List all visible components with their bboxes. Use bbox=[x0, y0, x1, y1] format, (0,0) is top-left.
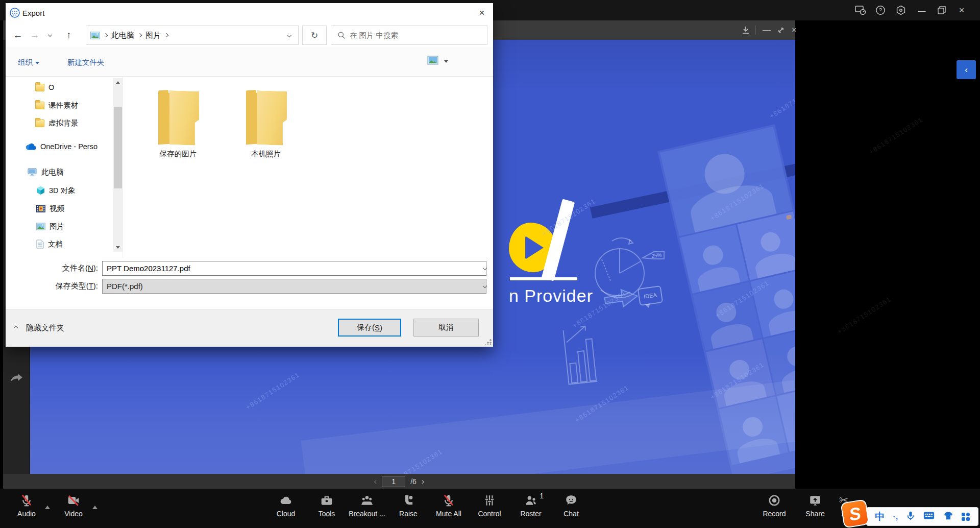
ime-toolbox-icon[interactable] bbox=[962, 513, 970, 521]
watermark: +8618715102361 bbox=[836, 295, 893, 335]
toolbar-audio[interactable]: Audio bbox=[5, 494, 48, 518]
sidebar-item-videos[interactable]: 视频 bbox=[36, 201, 64, 216]
folder-item-camera-roll[interactable]: 本机照片 bbox=[235, 89, 297, 159]
view-mode-chevron[interactable] bbox=[444, 60, 448, 63]
new-folder-button[interactable]: 新建文件夹 bbox=[67, 58, 105, 67]
back-button[interactable]: ← bbox=[11, 28, 25, 43]
scrollbar-thumb[interactable] bbox=[114, 107, 122, 188]
camera-off-icon bbox=[67, 494, 80, 507]
close-icon[interactable]: × bbox=[955, 4, 968, 16]
video-options-caret[interactable] bbox=[92, 506, 97, 509]
pictures-location-icon bbox=[90, 32, 100, 39]
record-icon bbox=[768, 494, 781, 507]
restore-icon[interactable] bbox=[935, 4, 948, 16]
page-number-input[interactable]: 1 bbox=[382, 476, 405, 487]
sidebar-label: OneDrive - Perso bbox=[40, 142, 97, 151]
forward-button[interactable]: → bbox=[28, 28, 42, 43]
audio-options-caret[interactable] bbox=[45, 506, 50, 509]
onedrive-icon bbox=[25, 143, 36, 150]
raise-hand-icon bbox=[402, 494, 415, 507]
sidebar-item-this-pc[interactable]: 此电脑 bbox=[27, 164, 64, 180]
ime-skin-icon[interactable] bbox=[943, 511, 953, 522]
toolbar-label: Raise bbox=[399, 510, 418, 518]
ime-punctuation-icon[interactable]: ·, bbox=[893, 512, 898, 521]
breadcrumb-separator bbox=[104, 33, 108, 37]
viewer-minimize-icon[interactable]: — bbox=[761, 24, 773, 36]
sidebar-item-documents[interactable]: 文档 bbox=[36, 236, 63, 252]
breakout-groups-icon bbox=[360, 494, 374, 507]
watermark: +8618715102361 bbox=[868, 115, 924, 156]
toolbar-chat[interactable]: Chat bbox=[550, 494, 593, 518]
settings-icon[interactable] bbox=[894, 4, 908, 16]
ime-mode-chinese[interactable]: 中 bbox=[875, 510, 885, 523]
scroll-up-icon[interactable] bbox=[113, 78, 122, 87]
toolbar-label: Video bbox=[64, 510, 83, 518]
sidebar-item-3d-objects[interactable]: 3D 对象 bbox=[36, 183, 76, 198]
scroll-down-icon[interactable] bbox=[113, 243, 122, 252]
ime-voice-icon[interactable] bbox=[906, 511, 915, 523]
help-icon[interactable]: ? bbox=[874, 4, 887, 16]
folder-icon bbox=[35, 102, 44, 109]
toolbar-control[interactable]: Control bbox=[468, 494, 511, 518]
viewer-expand-icon[interactable] bbox=[775, 24, 787, 36]
download-icon[interactable] bbox=[740, 24, 752, 36]
viewer-close-icon[interactable]: × bbox=[788, 24, 800, 36]
hide-folders-chevron[interactable] bbox=[14, 326, 18, 330]
toolbar-raise[interactable]: Raise bbox=[387, 494, 430, 518]
refresh-button[interactable]: ↻ bbox=[302, 26, 327, 45]
video-file-icon bbox=[36, 205, 45, 212]
expand-video-panel-button[interactable]: ‹ bbox=[957, 60, 976, 79]
ime-toolbar[interactable]: 中 ·, bbox=[866, 507, 978, 526]
search-input[interactable] bbox=[350, 31, 472, 39]
filetype-select[interactable]: PDF(*.pdf) bbox=[102, 279, 486, 294]
chat-icon bbox=[565, 494, 578, 507]
toolbar-tools[interactable]: Tools bbox=[305, 494, 348, 518]
address-bar[interactable]: 此电脑 图片 bbox=[86, 26, 299, 45]
share-forward-icon[interactable] bbox=[10, 372, 23, 386]
toolbar-video[interactable]: Video bbox=[52, 494, 95, 518]
toolbar-label: Mute All bbox=[436, 510, 461, 518]
sidebar-item-o[interactable]: O bbox=[35, 80, 54, 95]
dialog-close-icon[interactable]: × bbox=[471, 3, 493, 22]
share-screen-icon bbox=[808, 494, 822, 507]
sidebar-label: 视频 bbox=[50, 204, 64, 213]
folder-icon bbox=[35, 119, 44, 127]
dialog-navbar: ← → ↑ 此电脑 图片 ↻ bbox=[6, 23, 493, 47]
recent-locations-chevron[interactable] bbox=[48, 33, 52, 37]
toolbar-breakout[interactable]: Breakout ... bbox=[346, 494, 388, 518]
toolbar-cloud[interactable]: Cloud bbox=[264, 494, 307, 518]
breadcrumb-this-pc[interactable]: 此电脑 bbox=[111, 31, 134, 40]
filename-input[interactable] bbox=[102, 261, 486, 276]
sidebar-scrollbar[interactable] bbox=[113, 78, 122, 252]
cloud-icon bbox=[279, 494, 292, 507]
control-sliders-icon bbox=[483, 494, 496, 507]
network-stats-icon[interactable] bbox=[854, 4, 867, 16]
sidebar-item-courseware[interactable]: 课件素材 bbox=[35, 98, 78, 113]
toolbar-mute-all[interactable]: Mute All bbox=[427, 494, 470, 518]
roster-count-badge: 1 bbox=[540, 492, 544, 500]
sidebar-item-onedrive[interactable]: OneDrive - Perso bbox=[25, 139, 97, 154]
toolbar-label: Breakout ... bbox=[349, 510, 385, 518]
breadcrumb-pictures[interactable]: 图片 bbox=[145, 31, 161, 40]
ime-keyboard-icon[interactable] bbox=[923, 511, 935, 522]
page-next-icon[interactable]: › bbox=[422, 477, 425, 486]
sidebar-item-virtual-bg[interactable]: 虚拟背景 bbox=[35, 115, 78, 131]
up-button[interactable]: ↑ bbox=[62, 28, 76, 43]
toolbar-label: Audio bbox=[17, 510, 36, 518]
resize-grip[interactable] bbox=[485, 339, 492, 345]
hide-folders-button[interactable]: 隐藏文件夹 bbox=[26, 323, 64, 333]
minimize-icon[interactable]: — bbox=[915, 4, 928, 16]
cancel-button[interactable]: 取消 bbox=[413, 319, 479, 337]
sidebar-item-pictures[interactable]: 图片 bbox=[36, 219, 64, 234]
folder-icon-large bbox=[244, 89, 288, 146]
filetype-value: PDF(*.pdf) bbox=[107, 282, 143, 291]
view-mode-button[interactable] bbox=[427, 56, 438, 67]
organize-menu[interactable]: 组织 bbox=[18, 58, 39, 67]
folder-item-saved-pictures[interactable]: 保存的图片 bbox=[148, 89, 209, 159]
page-prev-icon[interactable]: ‹ bbox=[374, 477, 377, 486]
toolbar-roster[interactable]: 1 Roster bbox=[509, 494, 552, 518]
save-button[interactable]: 保存(S) bbox=[338, 319, 401, 337]
search-box[interactable] bbox=[331, 26, 487, 45]
toolbar-record[interactable]: Record bbox=[753, 494, 796, 518]
sogou-logo[interactable]: S bbox=[840, 499, 869, 528]
